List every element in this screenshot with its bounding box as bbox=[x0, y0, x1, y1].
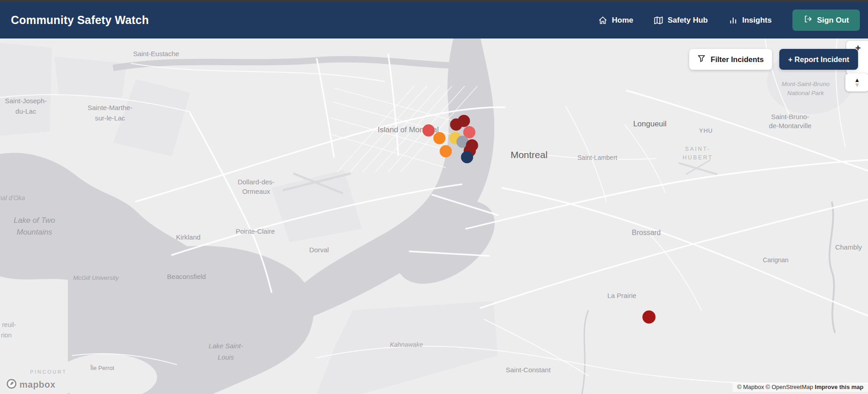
arrow-down-icon: ▼ bbox=[854, 82, 860, 87]
incident-marker[interactable] bbox=[440, 145, 452, 158]
nav-insights-label: Insights bbox=[742, 16, 772, 25]
map-canvas[interactable]: Saint-EustacheSaint-Joseph-du-LacSainte-… bbox=[0, 38, 868, 394]
app-header: Community Safety Watch Home Safety Hub bbox=[0, 2, 868, 38]
mapbox-pin-icon bbox=[5, 378, 18, 392]
nav-safety-hub-label: Safety Hub bbox=[668, 16, 708, 25]
incident-marker[interactable] bbox=[434, 132, 446, 144]
nav-safety-hub[interactable]: Safety Hub bbox=[654, 16, 708, 25]
attribution-improve-link[interactable]: Improve this map bbox=[815, 384, 863, 390]
filter-incidents-label: Filter Incidents bbox=[711, 55, 763, 64]
filter-incidents-button[interactable]: Filter Incidents bbox=[689, 49, 772, 70]
incident-marker[interactable] bbox=[450, 119, 463, 131]
nav-insights[interactable]: Insights bbox=[729, 16, 772, 25]
attribution-mapbox-link[interactable]: © Mapbox bbox=[737, 384, 764, 390]
mapbox-logo-text: mapbox bbox=[19, 380, 56, 390]
home-icon bbox=[598, 16, 607, 25]
main-nav: Home Safety Hub Insights bbox=[598, 10, 860, 31]
sign-out-label: Sign Out bbox=[817, 16, 849, 25]
incident-marker[interactable] bbox=[643, 311, 656, 324]
map-attribution: © Mapbox © OpenStreetMap Improve this ma… bbox=[733, 383, 868, 392]
map-pitch-control[interactable]: ▲ ▼ bbox=[845, 73, 868, 91]
basemap-tiles bbox=[0, 38, 868, 394]
nav-home-label: Home bbox=[612, 16, 633, 25]
incident-marker[interactable] bbox=[423, 125, 435, 137]
report-incident-button[interactable]: + Report Incident bbox=[779, 49, 858, 70]
map-icon bbox=[654, 16, 663, 25]
sign-out-button[interactable]: Sign Out bbox=[792, 10, 860, 31]
sign-out-icon bbox=[803, 14, 812, 26]
window-top-strip bbox=[0, 0, 868, 2]
mapbox-logo[interactable]: mapbox bbox=[5, 378, 56, 392]
app-title: Community Safety Watch bbox=[11, 14, 149, 27]
app-root: Community Safety Watch Home Safety Hub bbox=[0, 0, 868, 394]
attribution-osm-link[interactable]: © OpenStreetMap bbox=[766, 384, 813, 390]
nav-home[interactable]: Home bbox=[598, 16, 633, 25]
funnel-icon bbox=[697, 54, 706, 64]
incident-marker[interactable] bbox=[461, 151, 473, 163]
bar-chart-icon bbox=[729, 16, 738, 25]
